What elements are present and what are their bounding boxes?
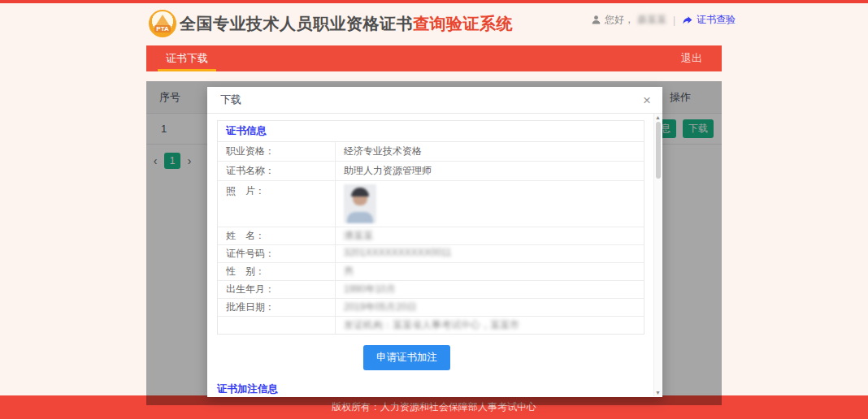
field-label: 职业资格：: [218, 142, 336, 161]
field-label: 证书名称：: [218, 162, 336, 180]
field-value-redacted: 3201XXXXXXXXXX0011: [336, 245, 644, 262]
field-value: 助理人力资源管理师: [336, 162, 644, 180]
photo-hair-shape: [351, 188, 369, 197]
field-value-redacted: 发证机构：某某省人事考试中心，某某市: [336, 317, 644, 334]
certificate-verify-link[interactable]: 证书查验: [682, 13, 736, 27]
scrollbar-thumb[interactable]: [656, 122, 661, 179]
modal-scrollbar[interactable]: ▲ ▼: [653, 114, 662, 396]
logo-text: PTA: [154, 25, 170, 32]
pta-logo-icon: PTA: [149, 10, 176, 37]
content-area: 序号 操作 1 证书信息 下载 ‹ 1 › 下载 × 证书信息 职业资格：: [146, 81, 722, 405]
scroll-down-icon[interactable]: ▼: [654, 390, 662, 395]
photo-shirt-shape: [347, 212, 373, 223]
portrait-photo: [344, 184, 376, 223]
logout-button[interactable]: 退出: [681, 51, 722, 66]
download-modal: 下载 × 证书信息 职业资格： 经济专业技术资格 证书名称： 助理人力资源管理师…: [207, 87, 662, 397]
active-tab-indicator: [158, 69, 216, 71]
field-value: [336, 181, 644, 227]
page-title-main: 全国专业技术人员职业资格证书: [180, 15, 413, 32]
field-gender: 性 别： 男: [218, 263, 644, 281]
field-label: [218, 317, 336, 334]
field-approval-date: 批准日期： 2019年05月20日: [218, 299, 644, 317]
field-value-redacted: 潘某某: [336, 227, 644, 244]
field-cert-name: 证书名称： 助理人力资源管理师: [218, 162, 644, 181]
verify-link-label: 证书查验: [697, 13, 736, 27]
user-icon: [591, 15, 601, 25]
field-value: 经济专业技术资格: [336, 142, 644, 161]
field-value-redacted: 2019年05月20日: [336, 299, 644, 316]
certificate-info-box: 证书信息 职业资格： 经济专业技术资格 证书名称： 助理人力资源管理师 照 片：: [217, 120, 644, 335]
username: 聂某某: [637, 13, 666, 27]
field-label: 性 别：: [218, 263, 336, 280]
field-label: 出生年月：: [218, 281, 336, 298]
field-birth-date: 出生年月： 1990年10月: [218, 281, 644, 299]
modal-title: 下载: [220, 93, 241, 107]
field-label: 姓 名：: [218, 227, 336, 244]
field-label: 批准日期：: [218, 299, 336, 316]
field-id-number: 证件号码： 3201XXXXXXXXXX0011: [218, 245, 644, 263]
field-occupation: 职业资格： 经济专业技术资格: [218, 142, 644, 162]
page-title-accent: 查询验证系统: [413, 15, 513, 32]
main-nav: 证书下载 退出: [146, 45, 722, 71]
modal-header: 下载 ×: [207, 87, 662, 114]
greeting-text: 您好，: [605, 13, 634, 27]
page-title: 全国专业技术人员职业资格证书查询验证系统: [180, 13, 513, 35]
field-label: 照 片：: [218, 181, 336, 227]
apply-annotation-button[interactable]: 申请证书加注: [363, 345, 450, 370]
page-header: PTA 全国专业技术人员职业资格证书查询验证系统 您好， 聂某某 | 证书查验: [0, 3, 868, 45]
user-info: 您好， 聂某某 | 证书查验: [591, 13, 736, 27]
scroll-up-icon[interactable]: ▲: [654, 114, 662, 120]
tab-certificate-download[interactable]: 证书下载: [146, 45, 228, 71]
field-issuer: 发证机构：某某省人事考试中心，某某市: [218, 317, 644, 334]
tab-label: 证书下载: [166, 52, 208, 64]
annotation-section-title: 证书加注信息: [217, 382, 644, 396]
field-value-redacted: 男: [336, 263, 644, 280]
logo-wing-shape: [155, 15, 170, 26]
field-label: 证件号码：: [218, 245, 336, 262]
close-icon[interactable]: ×: [643, 93, 651, 107]
share-arrow-icon: [682, 15, 693, 25]
brand: PTA 全国专业技术人员职业资格证书查询验证系统: [149, 10, 513, 37]
modal-body: 证书信息 职业资格： 经济专业技术资格 证书名称： 助理人力资源管理师 照 片：: [207, 114, 662, 397]
cert-info-section-title: 证书信息: [218, 121, 644, 142]
field-name: 姓 名： 潘某某: [218, 227, 644, 245]
field-photo: 照 片：: [218, 181, 644, 227]
divider: |: [673, 15, 675, 26]
field-value-redacted: 1990年10月: [336, 281, 644, 298]
